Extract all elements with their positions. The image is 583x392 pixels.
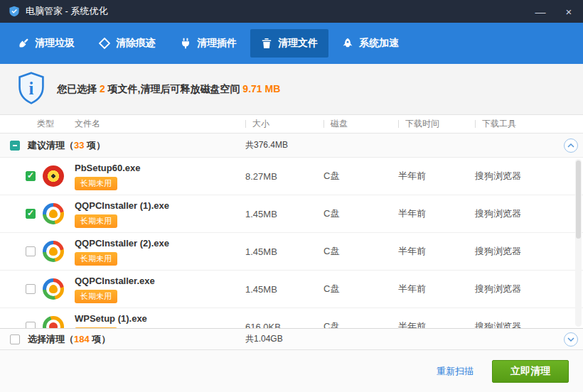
clean-now-button[interactable]: 立即清理 xyxy=(492,360,569,383)
file-download-time: 半年前 xyxy=(398,320,475,328)
rescan-link[interactable]: 重新扫描 xyxy=(437,365,474,378)
scrollbar-track[interactable] xyxy=(575,159,582,327)
table-row: QQPCInstaller.exe 长期未用 1.45MB C盘 半年前 搜狗浏… xyxy=(0,271,583,308)
trash-file-icon xyxy=(261,38,272,49)
app-window: 电脑管家 - 系统优化 — × 清理垃圾 清除痕迹 清理插件 清理文件 系统加速 xyxy=(0,0,583,392)
table-row: QQPCInstaller (1).exe 长期未用 1.45MB C盘 半年前… xyxy=(0,195,583,233)
group-optional-clean: 选择清理（184 项） 共1.04GB xyxy=(0,328,583,349)
free-space-size: 9.71 MB xyxy=(242,83,280,94)
long-unused-badge: 长期未用 xyxy=(75,252,117,266)
long-unused-badge: 长期未用 xyxy=(75,214,117,228)
header-filename: 文件名 xyxy=(75,118,100,130)
close-button[interactable]: × xyxy=(555,0,583,23)
header-disk: 磁盘 xyxy=(323,118,398,130)
selected-count: 2 xyxy=(100,83,105,94)
file-rows-viewport: PbSetup60.exe 长期未用 8.27MB C盘 半年前 搜狗浏览器 Q… xyxy=(0,158,583,328)
long-unused-badge: 长期未用 xyxy=(75,177,117,190)
file-download-tool: 搜狗浏览器 xyxy=(475,320,559,328)
titlebar: 电脑管家 - 系统优化 — × xyxy=(0,0,583,23)
tab-clean-trash[interactable]: 清理垃圾 xyxy=(7,29,85,58)
tab-label: 清理文件 xyxy=(278,37,318,50)
broom-icon xyxy=(18,38,29,49)
svg-text:i: i xyxy=(29,79,34,98)
group-count: 184 xyxy=(74,334,90,344)
file-type-icon xyxy=(43,165,64,187)
row-checkbox[interactable] xyxy=(26,246,36,256)
tab-label: 清理垃圾 xyxy=(35,37,75,50)
file-list: 建议清理（33 项） 共376.4MB PbSetup60.exe 长期未用 xyxy=(0,134,583,349)
tab-label: 清除痕迹 xyxy=(116,37,156,50)
group-checkbox[interactable] xyxy=(10,141,20,151)
file-disk: C盘 xyxy=(323,283,398,295)
file-disk: C盘 xyxy=(323,170,398,183)
collapse-group-button[interactable] xyxy=(564,138,578,153)
file-name: QQPCInstaller (1).exe xyxy=(75,200,245,211)
group-total-size: 共376.4MB xyxy=(245,139,323,151)
file-download-time: 半年前 xyxy=(398,283,475,295)
shield-info-icon: i xyxy=(17,72,46,107)
long-unused-badge: 长期未用 xyxy=(75,290,117,303)
file-download-tool: 搜狗浏览器 xyxy=(475,245,559,258)
file-size: 616.0KB xyxy=(245,322,323,329)
row-checkbox[interactable] xyxy=(26,284,36,294)
window-title: 电脑管家 - 系统优化 xyxy=(26,5,108,18)
file-name: QQPCInstaller.exe xyxy=(75,276,245,286)
file-download-tool: 搜狗浏览器 xyxy=(475,207,559,220)
table-row: QQPCInstaller (2).exe 长期未用 1.45MB C盘 半年前… xyxy=(0,233,583,271)
file-size: 1.45MB xyxy=(245,246,323,257)
minimize-button[interactable]: — xyxy=(526,0,555,23)
file-type-icon xyxy=(43,316,64,328)
header-size: 大小 xyxy=(245,118,323,130)
table-header: 类型 文件名 大小 磁盘 下载时间 下载工具 xyxy=(0,115,583,134)
chevron-down-icon xyxy=(567,337,574,342)
file-size: 1.45MB xyxy=(245,209,323,219)
file-type-icon xyxy=(43,203,64,224)
file-type-icon xyxy=(43,241,64,262)
file-download-tool: 搜狗浏览器 xyxy=(475,283,559,295)
row-checkbox[interactable] xyxy=(26,322,36,328)
window-controls: — × xyxy=(526,0,583,23)
file-name: WPSetup (1).exe xyxy=(75,313,245,324)
footer-bar: 重新扫描 立即清理 xyxy=(0,349,583,392)
tab-clean-plugins[interactable]: 清理插件 xyxy=(169,29,247,58)
row-checkbox[interactable] xyxy=(26,209,36,219)
file-size: 8.27MB xyxy=(245,171,323,182)
file-download-time: 半年前 xyxy=(398,170,475,183)
file-download-tool: 搜狗浏览器 xyxy=(475,170,559,183)
eraser-diamond-icon xyxy=(99,38,110,49)
row-checkbox[interactable] xyxy=(26,171,36,181)
file-download-time: 半年前 xyxy=(398,207,475,220)
header-download-tool: 下载工具 xyxy=(475,118,559,130)
file-size: 1.45MB xyxy=(245,284,323,295)
table-row: PbSetup60.exe 长期未用 8.27MB C盘 半年前 搜狗浏览器 xyxy=(0,158,583,195)
file-disk: C盘 xyxy=(323,320,398,328)
file-type-icon xyxy=(43,278,64,300)
table-row: WPSetup (1).exe 长期未用 616.0KB C盘 半年前 搜狗浏览… xyxy=(0,308,583,328)
file-name: QQPCInstaller (2).exe xyxy=(75,238,245,249)
group-label: 选择清理（184 项） xyxy=(28,333,110,346)
group-suggested-clean: 建议清理（33 项） 共376.4MB xyxy=(0,134,583,158)
app-logo-shield-icon xyxy=(9,6,20,17)
file-disk: C盘 xyxy=(323,245,398,258)
summary-banner: i 您已选择 2 项文件,清理后可释放磁盘空间 9.71 MB xyxy=(0,64,583,115)
tab-label: 清理插件 xyxy=(197,37,237,50)
file-disk: C盘 xyxy=(323,207,398,220)
tab-system-speedup[interactable]: 系统加速 xyxy=(331,29,410,58)
group-label: 建议清理（33 项） xyxy=(28,139,105,152)
file-name: PbSetup60.exe xyxy=(75,163,245,173)
tab-clean-files[interactable]: 清理文件 xyxy=(250,29,328,58)
plug-icon xyxy=(180,38,191,49)
header-download-time: 下载时间 xyxy=(398,118,475,130)
group-checkbox[interactable] xyxy=(10,334,20,344)
header-type: 类型 xyxy=(37,118,54,130)
group-count: 33 xyxy=(74,140,84,151)
expand-group-button[interactable] xyxy=(564,332,578,347)
tab-label: 系统加速 xyxy=(359,37,399,50)
summary-text: 您已选择 2 项文件,清理后可释放磁盘空间 9.71 MB xyxy=(57,83,280,96)
tabbar: 清理垃圾 清除痕迹 清理插件 清理文件 系统加速 xyxy=(0,23,583,64)
scrollbar-thumb[interactable] xyxy=(576,160,581,239)
rocket-icon xyxy=(342,38,353,49)
chevron-up-icon xyxy=(567,143,574,148)
tab-clean-traces[interactable]: 清除痕迹 xyxy=(88,29,166,58)
group-total-size: 共1.04GB xyxy=(245,333,323,345)
